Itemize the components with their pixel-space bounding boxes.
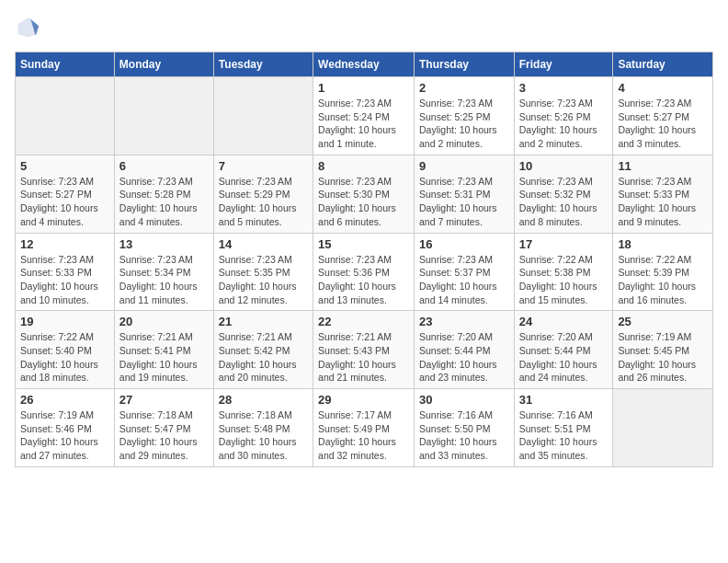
day-info: Sunrise: 7:23 AM Sunset: 5:25 PM Dayligh… bbox=[419, 97, 509, 151]
day-number: 7 bbox=[219, 159, 308, 173]
day-info: Sunrise: 7:21 AM Sunset: 5:42 PM Dayligh… bbox=[219, 330, 308, 385]
day-number: 23 bbox=[419, 315, 509, 328]
weekday-header-thursday: Thursday bbox=[414, 52, 514, 77]
day-info: Sunrise: 7:23 AM Sunset: 5:28 PM Dayligh… bbox=[119, 175, 209, 229]
day-number: 19 bbox=[20, 315, 109, 328]
day-cell: 7Sunrise: 7:23 AM Sunset: 5:29 PM Daylig… bbox=[213, 155, 313, 233]
day-number: 30 bbox=[419, 393, 509, 407]
weekday-header-friday: Friday bbox=[514, 52, 613, 77]
page-header bbox=[15, 15, 713, 40]
day-cell: 14Sunrise: 7:23 AM Sunset: 5:35 PM Dayli… bbox=[213, 233, 313, 311]
day-cell: 12Sunrise: 7:23 AM Sunset: 5:33 PM Dayli… bbox=[16, 233, 115, 311]
day-cell: 22Sunrise: 7:21 AM Sunset: 5:43 PM Dayli… bbox=[313, 311, 415, 389]
day-cell: 13Sunrise: 7:23 AM Sunset: 5:34 PM Dayli… bbox=[114, 233, 213, 311]
day-cell: 21Sunrise: 7:21 AM Sunset: 5:42 PM Dayli… bbox=[213, 311, 313, 389]
day-number: 22 bbox=[318, 315, 409, 328]
day-number: 5 bbox=[20, 159, 109, 173]
day-info: Sunrise: 7:16 AM Sunset: 5:51 PM Dayligh… bbox=[519, 408, 609, 463]
week-row-2: 5Sunrise: 7:23 AM Sunset: 5:27 PM Daylig… bbox=[16, 155, 713, 233]
weekday-header-sunday: Sunday bbox=[16, 52, 115, 77]
week-row-4: 19Sunrise: 7:22 AM Sunset: 5:40 PM Dayli… bbox=[16, 311, 713, 389]
day-cell: 31Sunrise: 7:16 AM Sunset: 5:51 PM Dayli… bbox=[514, 389, 613, 467]
day-cell: 2Sunrise: 7:23 AM Sunset: 5:25 PM Daylig… bbox=[414, 77, 514, 155]
day-number: 29 bbox=[318, 393, 409, 407]
day-cell: 16Sunrise: 7:23 AM Sunset: 5:37 PM Dayli… bbox=[414, 233, 514, 311]
day-info: Sunrise: 7:21 AM Sunset: 5:43 PM Dayligh… bbox=[318, 330, 409, 385]
day-number: 28 bbox=[219, 393, 308, 407]
day-number: 14 bbox=[219, 237, 308, 251]
day-cell: 23Sunrise: 7:20 AM Sunset: 5:44 PM Dayli… bbox=[414, 311, 514, 389]
day-number: 2 bbox=[419, 81, 509, 95]
day-cell bbox=[16, 77, 115, 155]
calendar-table: SundayMondayTuesdayWednesdayThursdayFrid… bbox=[15, 52, 713, 467]
day-number: 16 bbox=[419, 237, 509, 251]
week-row-3: 12Sunrise: 7:23 AM Sunset: 5:33 PM Dayli… bbox=[16, 233, 713, 311]
day-cell: 8Sunrise: 7:23 AM Sunset: 5:30 PM Daylig… bbox=[313, 155, 415, 233]
day-cell: 3Sunrise: 7:23 AM Sunset: 5:26 PM Daylig… bbox=[514, 77, 613, 155]
day-info: Sunrise: 7:23 AM Sunset: 5:27 PM Dayligh… bbox=[618, 97, 708, 151]
day-info: Sunrise: 7:19 AM Sunset: 5:46 PM Dayligh… bbox=[20, 408, 109, 463]
day-info: Sunrise: 7:22 AM Sunset: 5:38 PM Dayligh… bbox=[519, 253, 609, 307]
day-info: Sunrise: 7:18 AM Sunset: 5:47 PM Dayligh… bbox=[119, 408, 209, 463]
day-number: 3 bbox=[519, 81, 609, 95]
day-info: Sunrise: 7:22 AM Sunset: 5:39 PM Dayligh… bbox=[618, 253, 708, 307]
day-info: Sunrise: 7:23 AM Sunset: 5:33 PM Dayligh… bbox=[20, 253, 109, 307]
day-info: Sunrise: 7:16 AM Sunset: 5:50 PM Dayligh… bbox=[419, 408, 509, 463]
day-number: 15 bbox=[318, 237, 409, 251]
day-cell bbox=[213, 77, 313, 155]
day-number: 4 bbox=[618, 81, 708, 95]
day-info: Sunrise: 7:18 AM Sunset: 5:48 PM Dayligh… bbox=[219, 408, 308, 463]
day-info: Sunrise: 7:23 AM Sunset: 5:30 PM Dayligh… bbox=[318, 175, 409, 229]
day-cell: 25Sunrise: 7:19 AM Sunset: 5:45 PM Dayli… bbox=[613, 311, 713, 389]
day-info: Sunrise: 7:23 AM Sunset: 5:26 PM Dayligh… bbox=[519, 97, 609, 151]
day-number: 9 bbox=[419, 159, 509, 173]
day-info: Sunrise: 7:17 AM Sunset: 5:49 PM Dayligh… bbox=[318, 408, 409, 463]
day-number: 25 bbox=[618, 315, 708, 328]
weekday-header-row: SundayMondayTuesdayWednesdayThursdayFrid… bbox=[16, 52, 713, 77]
day-info: Sunrise: 7:23 AM Sunset: 5:24 PM Dayligh… bbox=[318, 97, 409, 151]
day-number: 27 bbox=[119, 393, 209, 407]
day-cell: 6Sunrise: 7:23 AM Sunset: 5:28 PM Daylig… bbox=[114, 155, 213, 233]
logo bbox=[15, 15, 44, 40]
day-number: 6 bbox=[119, 159, 209, 173]
day-cell: 30Sunrise: 7:16 AM Sunset: 5:50 PM Dayli… bbox=[414, 389, 514, 467]
day-cell: 20Sunrise: 7:21 AM Sunset: 5:41 PM Dayli… bbox=[114, 311, 213, 389]
day-info: Sunrise: 7:22 AM Sunset: 5:40 PM Dayligh… bbox=[20, 330, 109, 385]
day-info: Sunrise: 7:23 AM Sunset: 5:29 PM Dayligh… bbox=[219, 175, 308, 229]
day-number: 8 bbox=[318, 159, 409, 173]
weekday-header-tuesday: Tuesday bbox=[213, 52, 313, 77]
weekday-header-monday: Monday bbox=[114, 52, 213, 77]
day-info: Sunrise: 7:19 AM Sunset: 5:45 PM Dayligh… bbox=[618, 330, 708, 385]
day-info: Sunrise: 7:23 AM Sunset: 5:27 PM Dayligh… bbox=[20, 175, 109, 229]
day-cell bbox=[114, 77, 213, 155]
day-info: Sunrise: 7:23 AM Sunset: 5:35 PM Dayligh… bbox=[219, 253, 308, 307]
day-info: Sunrise: 7:21 AM Sunset: 5:41 PM Dayligh… bbox=[119, 330, 209, 385]
logo-icon bbox=[15, 15, 40, 40]
day-info: Sunrise: 7:23 AM Sunset: 5:37 PM Dayligh… bbox=[419, 253, 509, 307]
day-number: 21 bbox=[219, 315, 308, 328]
day-number: 13 bbox=[119, 237, 209, 251]
day-info: Sunrise: 7:20 AM Sunset: 5:44 PM Dayligh… bbox=[419, 330, 509, 385]
day-cell: 26Sunrise: 7:19 AM Sunset: 5:46 PM Dayli… bbox=[16, 389, 115, 467]
day-cell: 9Sunrise: 7:23 AM Sunset: 5:31 PM Daylig… bbox=[414, 155, 514, 233]
day-info: Sunrise: 7:23 AM Sunset: 5:34 PM Dayligh… bbox=[119, 253, 209, 307]
day-cell: 17Sunrise: 7:22 AM Sunset: 5:38 PM Dayli… bbox=[514, 233, 613, 311]
day-cell: 4Sunrise: 7:23 AM Sunset: 5:27 PM Daylig… bbox=[613, 77, 713, 155]
day-info: Sunrise: 7:23 AM Sunset: 5:36 PM Dayligh… bbox=[318, 253, 409, 307]
day-cell: 19Sunrise: 7:22 AM Sunset: 5:40 PM Dayli… bbox=[16, 311, 115, 389]
day-number: 1 bbox=[318, 81, 409, 95]
day-cell: 5Sunrise: 7:23 AM Sunset: 5:27 PM Daylig… bbox=[16, 155, 115, 233]
weekday-header-wednesday: Wednesday bbox=[313, 52, 415, 77]
day-info: Sunrise: 7:23 AM Sunset: 5:33 PM Dayligh… bbox=[618, 175, 708, 229]
day-cell bbox=[613, 389, 713, 467]
day-info: Sunrise: 7:23 AM Sunset: 5:32 PM Dayligh… bbox=[519, 175, 609, 229]
day-number: 18 bbox=[618, 237, 708, 251]
week-row-1: 1Sunrise: 7:23 AM Sunset: 5:24 PM Daylig… bbox=[16, 77, 713, 155]
day-cell: 10Sunrise: 7:23 AM Sunset: 5:32 PM Dayli… bbox=[514, 155, 613, 233]
day-cell: 11Sunrise: 7:23 AM Sunset: 5:33 PM Dayli… bbox=[613, 155, 713, 233]
day-cell: 15Sunrise: 7:23 AM Sunset: 5:36 PM Dayli… bbox=[313, 233, 415, 311]
day-cell: 18Sunrise: 7:22 AM Sunset: 5:39 PM Dayli… bbox=[613, 233, 713, 311]
day-info: Sunrise: 7:20 AM Sunset: 5:44 PM Dayligh… bbox=[519, 330, 609, 385]
day-number: 26 bbox=[20, 393, 109, 407]
day-info: Sunrise: 7:23 AM Sunset: 5:31 PM Dayligh… bbox=[419, 175, 509, 229]
